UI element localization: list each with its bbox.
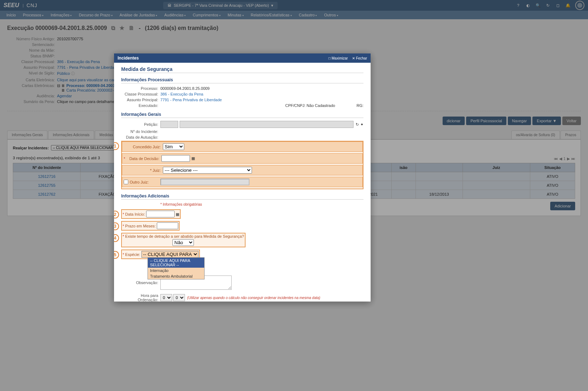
label-peticao: Petição: — [121, 122, 160, 127]
modal-header: Incidentes □ Maximizar ✕ Fechar — [114, 53, 371, 63]
step-marker-2: 2 — [114, 211, 119, 218]
subsection-gerais: Informações Gerais — [121, 112, 363, 118]
modal-incidentes: Incidentes □ Maximizar ✕ Fechar Medida d… — [114, 53, 371, 221]
select-juiz[interactable]: --- Selecione --- — [163, 167, 252, 174]
step-marker-1: 1 — [114, 142, 119, 150]
input-data-inicio[interactable] — [146, 211, 175, 217]
label-data-inicio: Data Início: — [125, 212, 145, 216]
checkbox-outro-juiz[interactable] — [124, 180, 128, 184]
label-processo: Processo: — [121, 86, 160, 91]
label-data-autuacao: Data de Autuação: — [121, 135, 160, 139]
label-classe-proc: Classe Processual: — [121, 92, 160, 96]
pointer-icon[interactable]: ✦ — [360, 122, 363, 127]
value-processo: 0000069-04.2001.8.25.0009 — [160, 86, 210, 91]
modal-body: Medida de Segurança Informações Processu… — [114, 63, 371, 221]
label-num-incidente: Nº do Incidente: — [121, 129, 160, 134]
label-cpf: CPF/CNPJ: Não Cadastrado — [285, 103, 335, 108]
required-note: * Informações obrigatórias — [160, 202, 363, 206]
peticao-input[interactable] — [180, 121, 354, 128]
modal-title: Incidentes — [118, 56, 139, 61]
calendar-icon[interactable]: ▦ — [191, 156, 195, 161]
peticao-code-input[interactable] — [160, 121, 178, 128]
label-assunto-proc: Assunto Principal: — [121, 98, 160, 102]
label-executado: Executado: — [121, 103, 160, 108]
calendar-icon[interactable]: ▦ — [176, 212, 179, 216]
input-outro-juiz — [160, 179, 249, 185]
label-juiz: * Juiz: — [124, 168, 163, 173]
input-data-decisao[interactable] — [161, 155, 190, 162]
select-concedido[interactable]: Sim — [163, 143, 184, 150]
label-outro-juiz: Outro Juiz: — [128, 180, 160, 184]
link-classe-proc[interactable]: 386 - Execução da Pena — [160, 92, 203, 96]
maximize-button[interactable]: □ Maximizar — [329, 56, 348, 60]
reload-icon[interactable]: ↻ — [356, 122, 359, 127]
section-medida: Medida de Segurança — [121, 66, 363, 73]
subsection-processuais: Informações Processuais — [121, 77, 363, 83]
label-concedido: Concedido Juiz: — [124, 145, 163, 149]
label-rg: RG: — [356, 103, 363, 108]
label-data-decisao: Data de Decisão: — [126, 156, 161, 161]
subsection-adicionais: Informações Adicionais — [121, 194, 363, 200]
link-assunto-proc[interactable]: 7791 - Pena Privativa de Liberdade — [160, 98, 222, 102]
close-button[interactable]: ✕ Fechar — [352, 56, 367, 60]
